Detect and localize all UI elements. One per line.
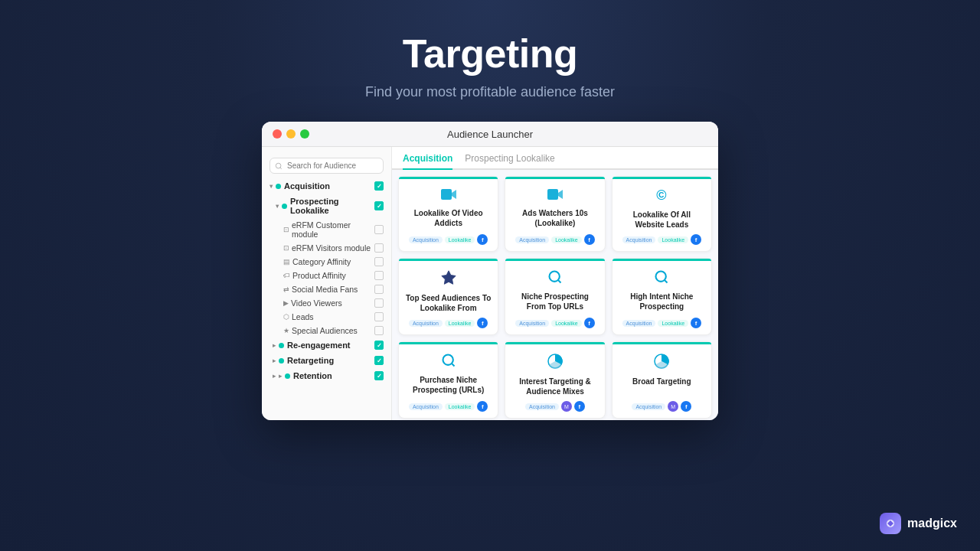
tag-lookalike-5: Lookalike xyxy=(551,320,582,327)
sidebar-item-product-affinity[interactable]: 🏷 Product Affinity xyxy=(262,269,391,282)
tabs-bar: Acquisition Prospecting Lookalike xyxy=(392,147,718,170)
sidebar-item-erfm-visitors[interactable]: ⊡ eRFM Visitors module xyxy=(262,241,391,255)
card-purchase-niche[interactable]: Purchase Niche Prospecting (URLs) Acquis… xyxy=(398,341,498,419)
c-icon: © xyxy=(654,187,669,207)
card-tags-1: Acquisition Lookalike f xyxy=(409,234,488,245)
erfm-customer-checkbox[interactable] xyxy=(374,225,384,234)
sidebar: ▾ Acquisition ▾ Prospecting Lookalike ⊡ … xyxy=(262,147,392,420)
card-title-7: Purchase Niche Prospecting (URLs) xyxy=(405,375,492,395)
fb-icon-7: f xyxy=(477,401,488,412)
chevron-right-icon-3: ▸ xyxy=(273,373,276,380)
fb-icon-8: f xyxy=(574,401,585,412)
sidebar-label-reengagement: Re-engagement xyxy=(287,341,351,350)
retargeting-checkbox[interactable] xyxy=(374,356,384,365)
sidebar-label-category-affinity: Category Affinity xyxy=(292,257,351,266)
card-tags-9: Acquisition M f xyxy=(632,401,691,412)
card-top-seed-audiences[interactable]: Top Seed Audiences To Lookalike From Acq… xyxy=(398,258,498,335)
search-input[interactable] xyxy=(270,158,384,174)
card-title-1: Lookalike Of Video Addicts xyxy=(405,208,492,228)
sidebar-item-reengagement[interactable]: ▸ Re-engagement xyxy=(262,337,391,353)
video-icon-2 xyxy=(547,187,564,205)
card-tags-3: Acquisition Lookalike f xyxy=(622,234,701,245)
madgicx-logo: madgicx xyxy=(880,513,957,534)
category-affinity-checkbox[interactable] xyxy=(374,257,384,266)
sidebar-label-video-viewers: Video Viewers xyxy=(291,298,342,308)
retention-checkbox[interactable] xyxy=(374,371,384,380)
card-tags-4: Acquisition Lookalike f xyxy=(409,318,488,328)
tag-acquisition-6: Acquisition xyxy=(622,320,656,327)
traffic-light-yellow[interactable] xyxy=(286,129,296,139)
social-media-fans-checkbox[interactable] xyxy=(374,285,384,294)
madgicx-icon-8: M xyxy=(561,401,572,412)
card-tags-5: Acquisition Lookalike f xyxy=(515,318,594,328)
sidebar-item-acquisition[interactable]: ▾ Acquisition xyxy=(262,178,391,194)
card-tags-7: Acquisition Lookalike f xyxy=(409,401,488,412)
tab-prospecting-lookalike[interactable]: Prospecting Lookalike xyxy=(465,153,554,170)
video-viewers-checkbox[interactable] xyxy=(374,298,384,308)
tag-acquisition-1: Acquisition xyxy=(409,236,443,243)
card-high-intent-niche[interactable]: High Intent Niche Prospecting Acquisitio… xyxy=(612,258,712,335)
sidebar-item-retention[interactable]: ▸ ▸ Retention xyxy=(262,368,391,383)
card-top-border xyxy=(399,177,498,179)
erfm-customer-icon: ⊡ xyxy=(283,226,289,233)
tag-acquisition-7: Acquisition xyxy=(409,403,443,410)
search-icon-3 xyxy=(441,353,456,372)
sidebar-item-social-media-fans[interactable]: ⇄ Social Media Fans xyxy=(262,282,391,296)
card-interest-targeting[interactable]: Interest Targeting & Audience Mixes Acqu… xyxy=(505,341,605,419)
card-niche-prospecting-urls[interactable]: Niche Prospecting From Top URLs Acquisit… xyxy=(505,258,605,335)
fb-icon-1: f xyxy=(477,234,488,245)
reengagement-checkbox[interactable] xyxy=(374,341,384,350)
category-affinity-icon: ▤ xyxy=(283,258,290,266)
acquisition-dot xyxy=(276,184,281,189)
special-audiences-icon: ★ xyxy=(283,327,289,334)
fb-icon-9: f xyxy=(681,401,691,412)
sidebar-item-retargeting[interactable]: ▸ Retargeting xyxy=(262,353,391,368)
card-top-border-5 xyxy=(505,259,604,261)
erfm-visitors-checkbox[interactable] xyxy=(374,243,384,253)
sidebar-item-prospecting-lookalike[interactable]: ▾ Prospecting Lookalike xyxy=(262,194,391,218)
svg-rect-0 xyxy=(441,189,452,200)
leads-checkbox[interactable] xyxy=(374,312,384,321)
retargeting-dot xyxy=(279,358,284,364)
svg-point-4 xyxy=(656,272,666,282)
tag-lookalike-1: Lookalike xyxy=(445,236,475,243)
card-lookalike-video-addicts[interactable]: Lookalike Of Video Addicts Acquisition L… xyxy=(398,176,498,252)
social-media-fans-icon: ⇄ xyxy=(283,285,289,293)
prospecting-checkbox[interactable] xyxy=(374,201,384,210)
traffic-light-green[interactable] xyxy=(300,129,309,139)
logo-icon xyxy=(880,513,901,534)
sidebar-item-leads[interactable]: ⬡ Leads xyxy=(262,310,391,324)
acquisition-checkbox[interactable] xyxy=(374,181,384,191)
card-top-border-3 xyxy=(612,177,711,179)
card-website-leads[interactable]: © Lookalike Of All Website Leads Acquisi… xyxy=(612,176,712,252)
window-title: Audience Launcher xyxy=(447,129,533,140)
tag-acquisition-3: Acquisition xyxy=(622,236,656,243)
card-title-6: High Intent Niche Prospecting xyxy=(619,292,705,311)
fb-icon-4: f xyxy=(477,318,488,328)
fb-icon-5: f xyxy=(584,318,595,328)
svg-point-5 xyxy=(443,355,452,365)
chevron-down-icon: ▾ xyxy=(270,183,273,190)
sidebar-item-video-viewers[interactable]: ▶ Video Viewers xyxy=(262,296,391,310)
card-broad-targeting[interactable]: Broad Targeting Acquisition M f xyxy=(612,341,712,419)
chevron-down-icon-2: ▾ xyxy=(276,203,279,210)
sidebar-item-special-audiences[interactable]: ★ Special Audiences xyxy=(262,324,391,337)
card-top-border-9 xyxy=(612,342,711,344)
pie-icon xyxy=(547,353,564,373)
card-ads-watchers[interactable]: Ads Watchers 10s (Lookalike) Acquisition… xyxy=(505,176,605,252)
product-affinity-checkbox[interactable] xyxy=(374,271,384,280)
card-title-4: Top Seed Audiences To Lookalike From xyxy=(405,293,492,313)
sidebar-label-erfm-customer: eRFM Customer module xyxy=(292,220,372,239)
svg-rect-1 xyxy=(547,189,558,200)
tag-lookalike-2: Lookalike xyxy=(551,236,582,243)
special-audiences-checkbox[interactable] xyxy=(374,326,384,335)
sidebar-label-social-media-fans: Social Media Fans xyxy=(292,285,358,294)
app-window: Audience Launcher ▾ Acquisition ▾ xyxy=(262,122,718,420)
window-titlebar: Audience Launcher xyxy=(262,122,718,147)
chevron-right-icon-3b: ▸ xyxy=(279,373,282,380)
traffic-light-red[interactable] xyxy=(273,129,282,139)
card-top-border-4 xyxy=(399,259,498,261)
sidebar-item-erfm-customer[interactable]: ⊡ eRFM Customer module xyxy=(262,218,391,241)
sidebar-item-category-affinity[interactable]: ▤ Category Affinity xyxy=(262,255,391,269)
tab-acquisition[interactable]: Acquisition xyxy=(403,153,452,170)
